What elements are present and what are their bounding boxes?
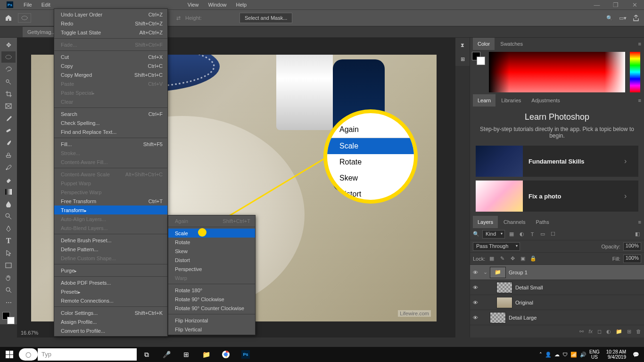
menu-item-fill-[interactable]: Fill...Shift+F5 <box>54 140 167 148</box>
menu-item-copy[interactable]: CopyCtrl+C <box>54 61 167 70</box>
tray-volume-icon[interactable]: 🔊 <box>580 352 586 358</box>
group-icon[interactable]: 📁 <box>616 329 622 335</box>
dodge-tool[interactable] <box>1 211 16 222</box>
fx-icon[interactable]: fx <box>588 329 593 334</box>
menu-item-convert-to-profile-[interactable]: Convert to Profile... <box>54 326 167 335</box>
collapsed-panels[interactable]: ⧗ ⊞ <box>455 38 470 66</box>
cortana-icon[interactable]: ◯ <box>19 348 38 361</box>
system-tray[interactable]: ˄ 👤 ☁ 🛡 📶 🔊 ENGUS 10:28 AM9/4/2019 💬 <box>539 349 642 360</box>
maximize-button[interactable]: ❐ <box>606 0 625 9</box>
menu-item-copy-merged[interactable]: Copy MergedShift+Ctrl+C <box>54 70 167 79</box>
swap-icon[interactable]: ⇄ <box>176 15 181 21</box>
visibility-icon[interactable]: 👁 <box>473 270 483 275</box>
eraser-tool[interactable] <box>1 174 16 185</box>
filter-kind-select[interactable]: Kind <box>482 230 505 239</box>
tray-onedrive-icon[interactable]: ☁ <box>554 352 560 358</box>
transform-flip-horizontal[interactable]: Flip Horizontal <box>168 316 255 325</box>
healing-tool[interactable] <box>1 125 16 136</box>
select-and-mask-button[interactable]: Select and Mask... <box>239 13 293 23</box>
menu-item-assign-profile-[interactable]: Assign Profile... <box>54 317 167 326</box>
fg-bg-swatch[interactable] <box>472 52 485 65</box>
tray-defender-icon[interactable]: 🛡 <box>562 352 568 357</box>
color-swatches[interactable] <box>2 312 15 324</box>
menu-item-define-custom-shape-[interactable]: Define Custom Shape... <box>54 254 167 263</box>
zoom-tool[interactable] <box>1 284 16 296</box>
menu-item-check-spelling-[interactable]: Check Spelling... <box>54 118 167 127</box>
delete-icon[interactable]: 🗑 <box>636 329 641 334</box>
lock-trans-icon[interactable]: ▦ <box>488 255 495 262</box>
history-brush-tool[interactable] <box>1 162 16 173</box>
menu-item-cut[interactable]: CutCtrl+X <box>54 52 167 61</box>
hand-tool[interactable] <box>1 272 16 283</box>
mask-icon[interactable]: ◻ <box>597 329 602 335</box>
minimize-button[interactable]: — <box>587 0 606 9</box>
workspace-icon[interactable]: ▭▾ <box>619 14 627 22</box>
visibility-icon[interactable]: 👁 <box>473 300 483 305</box>
properties-icon[interactable]: ⊞ <box>461 56 465 62</box>
tab-libraries[interactable]: Libraries <box>496 94 526 107</box>
fold-icon[interactable]: ⌄ <box>483 269 490 275</box>
tray-network-icon[interactable]: 📶 <box>570 352 577 358</box>
transform-again[interactable]: AgainShift+Ctrl+T <box>168 216 255 225</box>
link-layers-icon[interactable]: ⚯ <box>579 329 584 335</box>
tool-preset[interactable] <box>18 13 31 23</box>
mic-icon[interactable]: 🎤 <box>157 347 176 362</box>
tab-swatches[interactable]: Swatches <box>495 38 528 50</box>
crop-tool[interactable] <box>1 88 16 99</box>
panel-menu-icon[interactable]: ≡ <box>638 41 641 47</box>
lock-artboard-icon[interactable]: ▣ <box>519 255 527 262</box>
transform-rotate-counter-clockwise[interactable]: Rotate 90° Counter Clockwise <box>168 304 255 313</box>
menu-item-search[interactable]: SearchCtrl+F <box>54 109 167 118</box>
menu-view[interactable]: View <box>183 0 204 9</box>
transform-scale[interactable]: Scale <box>168 229 255 238</box>
transform-warp[interactable]: Warp <box>168 273 255 282</box>
menu-item-purge[interactable]: Purge <box>54 266 167 275</box>
close-button[interactable]: ✕ <box>625 0 644 9</box>
layer-item[interactable]: 👁 Detail Small <box>470 280 644 295</box>
filter-type-icon[interactable]: T <box>528 231 536 237</box>
photoshop-taskbar-icon[interactable]: Ps <box>236 347 256 362</box>
move-tool[interactable]: ✥ <box>1 39 16 50</box>
lasso-tool[interactable] <box>1 64 16 75</box>
transform-flip-vertical[interactable]: Flip Vertical <box>168 325 255 334</box>
visibility-icon[interactable]: 👁 <box>473 285 483 290</box>
menu-item-puppet-warp[interactable]: Puppet Warp <box>54 179 167 188</box>
eyedropper-tool[interactable] <box>1 113 16 124</box>
menu-file[interactable]: File <box>19 0 37 9</box>
menu-item-find-and-replace-text-[interactable]: Find and Replace Text... <box>54 127 167 136</box>
hue-strip[interactable] <box>630 52 640 92</box>
menu-item-auto-align-layers-[interactable]: Auto-Align Layers... <box>54 214 167 223</box>
filter-toggle[interactable]: ◧ <box>634 231 641 237</box>
panel-menu-icon[interactable]: ≡ <box>638 98 641 103</box>
menu-item-toggle-last-state[interactable]: Toggle Last StateAlt+Ctrl+Z <box>54 28 167 37</box>
tab-learn[interactable]: Learn <box>473 94 495 107</box>
marquee-tool[interactable] <box>1 51 16 63</box>
adjustment-icon[interactable]: ◐ <box>606 329 611 335</box>
menu-item-paste-special[interactable]: Paste Special <box>54 88 167 97</box>
taskbar-app[interactable]: ⊞ <box>176 347 196 362</box>
color-panel[interactable] <box>470 50 644 94</box>
menu-item-presets[interactable]: Presets <box>54 287 167 296</box>
layer-item[interactable]: 👁 Detail Large <box>470 310 644 325</box>
blend-mode-select[interactable]: Pass Through <box>473 242 520 251</box>
quick-select-tool[interactable] <box>1 76 16 87</box>
tray-people-icon[interactable]: 👤 <box>545 352 552 358</box>
start-button[interactable] <box>2 347 17 362</box>
layer-item[interactable]: 👁 Original <box>470 295 644 310</box>
menu-help[interactable]: Help <box>231 0 252 9</box>
menu-item-paste[interactable]: PasteCtrl+V <box>54 79 167 88</box>
fill-value[interactable]: 100% <box>623 255 641 263</box>
menu-item-clear[interactable]: Clear <box>54 97 167 106</box>
tray-notifications-icon[interactable]: 💬 <box>633 352 639 358</box>
lock-position-icon[interactable]: ✥ <box>509 255 516 262</box>
path-select-tool[interactable] <box>1 247 16 259</box>
transform-perspective[interactable]: Perspective <box>168 264 255 273</box>
menu-item-undo-layer-order[interactable]: Undo Layer OrderCtrl+Z <box>54 10 167 19</box>
menu-item-auto-blend-layers-[interactable]: Auto-Blend Layers... <box>54 223 167 232</box>
tab-channels[interactable]: Channels <box>499 216 530 228</box>
filter-smart-icon[interactable]: ☐ <box>549 231 557 237</box>
type-tool[interactable]: T <box>1 235 16 247</box>
color-spectrum[interactable] <box>489 52 625 92</box>
tray-language[interactable]: ENGUS <box>589 349 600 360</box>
menu-item-content-aware-scale[interactable]: Content-Aware ScaleAlt+Shift+Ctrl+C <box>54 170 167 179</box>
